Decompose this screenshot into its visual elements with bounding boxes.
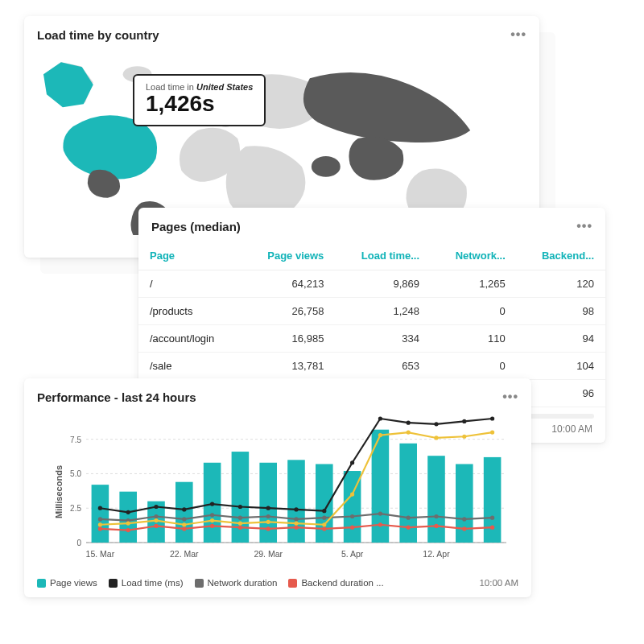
svg-text:22. Mar: 22. Mar bbox=[170, 549, 199, 559]
more-icon[interactable]: ••• bbox=[576, 219, 592, 233]
cell: / bbox=[138, 270, 242, 298]
svg-point-86 bbox=[350, 493, 354, 497]
svg-point-58 bbox=[407, 516, 411, 520]
svg-point-60 bbox=[462, 517, 466, 521]
svg-point-70 bbox=[322, 526, 326, 530]
map-card-title: Load time by country bbox=[37, 28, 159, 42]
svg-point-78 bbox=[126, 521, 130, 525]
cell: /sale bbox=[138, 353, 242, 380]
cell: 0 bbox=[431, 298, 517, 325]
chart-legend: Page views Load time (ms) Network durati… bbox=[24, 572, 531, 588]
svg-point-35 bbox=[182, 507, 186, 511]
cell: /products bbox=[138, 298, 242, 325]
performance-chart-svg: 02.55.07.515. Mar22. Mar29. Mar5. Apr12.… bbox=[60, 412, 518, 565]
svg-rect-29 bbox=[427, 456, 445, 543]
svg-point-68 bbox=[266, 526, 270, 530]
svg-text:7.5: 7.5 bbox=[70, 436, 81, 444]
cell: 0 bbox=[431, 353, 517, 380]
svg-rect-18 bbox=[119, 492, 137, 543]
svg-point-74 bbox=[434, 524, 438, 528]
legend-page-views[interactable]: Page views bbox=[37, 578, 97, 588]
col-network[interactable]: Network... bbox=[431, 242, 517, 270]
cell: 110 bbox=[431, 325, 517, 353]
svg-point-42 bbox=[378, 416, 382, 420]
more-icon[interactable]: ••• bbox=[502, 390, 518, 404]
legend-label: Backend duration ... bbox=[301, 578, 383, 588]
svg-point-59 bbox=[434, 514, 438, 518]
legend-network[interactable]: Network duration bbox=[195, 578, 278, 588]
svg-point-66 bbox=[210, 524, 214, 528]
svg-point-65 bbox=[182, 526, 186, 530]
svg-rect-31 bbox=[484, 457, 502, 543]
svg-point-34 bbox=[154, 505, 158, 509]
svg-point-82 bbox=[238, 521, 242, 525]
chart-ylabel: Milliseconds bbox=[54, 465, 64, 518]
map-tooltip: Load time in United States 1,426s bbox=[133, 74, 266, 126]
svg-point-61 bbox=[490, 516, 494, 520]
map-tooltip-value: 1,426s bbox=[146, 92, 253, 117]
svg-point-62 bbox=[98, 526, 102, 530]
performance-card: Performance - last 24 hours ••• Millisec… bbox=[24, 378, 531, 597]
more-icon[interactable]: ••• bbox=[510, 27, 526, 42]
svg-point-67 bbox=[238, 526, 242, 530]
svg-point-45 bbox=[462, 419, 466, 423]
cell: 9,869 bbox=[335, 270, 431, 298]
col-views[interactable]: Page views bbox=[242, 242, 335, 270]
legend-label: Page views bbox=[50, 578, 97, 588]
svg-point-41 bbox=[350, 460, 354, 464]
cell: 64,213 bbox=[242, 270, 335, 298]
svg-point-83 bbox=[266, 520, 270, 524]
svg-point-51 bbox=[210, 513, 214, 517]
svg-point-69 bbox=[294, 526, 298, 530]
table-row[interactable]: /products26,7581,248098 bbox=[138, 298, 605, 325]
swatch-grey bbox=[195, 579, 204, 588]
legend-label: Load time (ms) bbox=[122, 578, 184, 588]
svg-text:2.5: 2.5 bbox=[70, 504, 81, 513]
table-row[interactable]: /64,2139,8691,265120 bbox=[138, 270, 605, 298]
performance-chart[interactable]: Milliseconds 02.55.07.515. Mar22. Mar29.… bbox=[24, 412, 531, 572]
svg-point-53 bbox=[266, 514, 270, 518]
swatch-red bbox=[288, 579, 297, 588]
col-backend[interactable]: Backend... bbox=[517, 242, 605, 270]
svg-point-71 bbox=[350, 526, 354, 530]
table-header-row: Page Page views Load time... Network... … bbox=[138, 242, 605, 270]
col-load[interactable]: Load time... bbox=[335, 242, 431, 270]
svg-point-85 bbox=[322, 522, 326, 526]
svg-text:5.0: 5.0 bbox=[70, 469, 81, 478]
svg-point-43 bbox=[407, 421, 411, 425]
svg-text:0: 0 bbox=[76, 539, 81, 547]
svg-point-79 bbox=[154, 518, 158, 522]
svg-point-90 bbox=[462, 435, 466, 439]
swatch-teal bbox=[37, 579, 46, 588]
svg-text:12. Apr: 12. Apr bbox=[423, 549, 450, 559]
svg-point-47 bbox=[98, 517, 102, 521]
svg-point-46 bbox=[490, 416, 494, 420]
svg-point-81 bbox=[210, 518, 214, 522]
cell: 1,248 bbox=[335, 298, 431, 325]
svg-point-52 bbox=[238, 516, 242, 520]
svg-point-91 bbox=[490, 431, 494, 435]
cell: 94 bbox=[517, 325, 605, 353]
svg-rect-20 bbox=[175, 482, 193, 543]
svg-point-56 bbox=[350, 514, 354, 518]
col-page[interactable]: Page bbox=[138, 242, 242, 270]
svg-point-44 bbox=[434, 422, 438, 426]
svg-point-55 bbox=[322, 516, 326, 520]
table-row[interactable]: /account/login16,98533411094 bbox=[138, 325, 605, 353]
svg-point-54 bbox=[294, 517, 298, 521]
svg-point-88 bbox=[407, 431, 411, 435]
svg-point-87 bbox=[378, 433, 382, 437]
svg-text:29. Mar: 29. Mar bbox=[254, 549, 283, 559]
cell: 1,265 bbox=[431, 270, 517, 298]
svg-text:5. Apr: 5. Apr bbox=[341, 549, 364, 559]
legend-backend[interactable]: Backend duration ... bbox=[288, 578, 383, 588]
svg-point-72 bbox=[378, 522, 382, 526]
svg-point-39 bbox=[294, 507, 298, 511]
cell: 104 bbox=[517, 353, 605, 380]
table-card-title: Pages (median) bbox=[151, 220, 241, 233]
table-row[interactable]: /sale13,7816530104 bbox=[138, 353, 605, 380]
swatch-black bbox=[109, 579, 118, 588]
cell: 16,985 bbox=[242, 325, 335, 353]
legend-load-time[interactable]: Load time (ms) bbox=[109, 578, 184, 588]
chart-timestamp: 10:00 AM bbox=[479, 578, 518, 588]
